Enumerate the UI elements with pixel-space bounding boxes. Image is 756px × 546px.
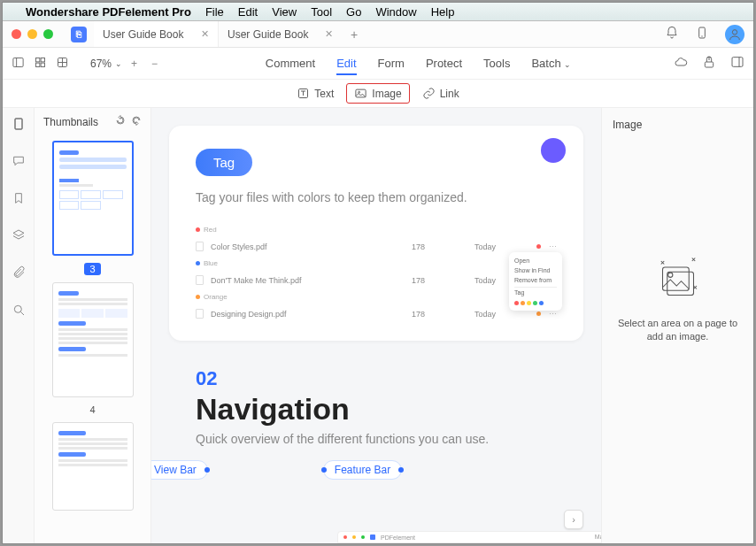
image-icon [354,87,367,100]
tab-title: User Guide Book [103,28,183,41]
rotate-left-icon[interactable] [115,115,126,128]
page-content-tag-section: Tag Tag your files with colors to keep t… [169,126,583,341]
svg-rect-8 [41,63,44,66]
rail-comment-icon[interactable] [12,154,26,172]
tool-comment[interactable]: Comment [266,57,315,70]
thumbnails-panel: Thumbnails [35,108,151,543]
menu-window[interactable]: Window [375,5,416,19]
tool-protect[interactable]: Protect [426,57,462,70]
bell-icon[interactable] [665,26,679,43]
svg-point-2 [732,29,737,34]
section-description: Quick overview of the different function… [196,432,557,446]
svg-rect-7 [36,63,40,66]
image-placeholder-icon [613,255,743,304]
right-panel-hint: Select an area on a page to add an image… [613,317,743,344]
edit-image-button[interactable]: Image [346,83,409,104]
chip-feature-bar: Feature Bar [323,460,402,480]
page-content-navigation-section: 02 Navigation Quick overview of the diff… [169,367,583,480]
edit-text-button[interactable]: Text [289,84,341,103]
context-menu-illustration: Open Show in Find Remove from Tag [509,252,562,311]
tag-description: Tag your files with colors to keep them … [196,190,557,204]
svg-rect-3 [13,58,23,66]
svg-rect-18 [15,119,22,129]
svg-rect-5 [36,58,40,61]
thumbnail-page-4[interactable] [52,282,134,397]
rail-attachment-icon[interactable] [12,265,26,283]
right-panel-title: Image [613,119,743,131]
grid-view-icon[interactable] [34,56,47,72]
close-window-button[interactable] [12,29,21,39]
app-name[interactable]: Wondershare PDFelement Pro [26,5,191,19]
page-view-icon[interactable] [56,56,69,72]
svg-rect-23 [667,272,693,295]
document-tab-2[interactable]: User Guide Book ✕ [218,21,342,47]
section-title: Navigation [196,392,557,427]
menu-tool[interactable]: Tool [311,5,332,19]
edit-link-button[interactable]: Link [415,84,467,103]
new-tab-button[interactable]: + [342,27,366,42]
rail-search-icon[interactable] [12,303,26,320]
zoom-value[interactable]: 67% [90,58,112,70]
page-number-3: 3 [84,263,100,275]
tool-edit[interactable]: Edit [336,57,356,75]
thumbnail-page-5[interactable] [52,422,134,511]
user-avatar[interactable] [725,25,744,44]
share-icon[interactable] [702,55,716,72]
section-number: 02 [196,367,557,390]
menu-edit[interactable]: Edit [238,5,258,19]
traffic-lights [12,29,53,39]
menu-go[interactable]: Go [346,5,361,19]
edit-link-label: Link [440,88,459,100]
minimize-window-button[interactable] [27,29,37,39]
tag-pill: Tag [196,149,252,176]
svg-rect-13 [732,58,743,67]
rail-layers-icon[interactable] [12,228,26,246]
svg-line-20 [20,312,23,315]
mini-app-illustration: PDFelement Mac 版 [337,531,601,543]
svg-point-19 [14,305,21,312]
section-badge-icon [541,138,566,163]
rail-bookmark-icon[interactable] [12,191,26,209]
edit-text-label: Text [314,88,334,100]
document-canvas[interactable]: Tag Tag your files with colors to keep t… [151,108,601,543]
next-page-button[interactable]: › [564,510,583,529]
panel-icon[interactable] [730,55,744,72]
zoom-dropdown-icon[interactable]: ⌄ [115,59,122,68]
edit-sub-toolbar: Text Image Link [3,80,753,108]
rotate-right-icon[interactable] [131,115,142,128]
zoom-in-button[interactable]: + [126,58,143,70]
svg-rect-6 [41,58,44,61]
tool-tools[interactable]: Tools [483,57,510,70]
sidebar-toggle-icon[interactable] [12,56,25,72]
svg-rect-12 [705,62,713,67]
mobile-icon[interactable] [695,26,709,43]
menu-file[interactable]: File [205,5,224,19]
thumbnail-page-3[interactable] [52,141,134,256]
document-tab-1[interactable]: User Guide Book ✕ [94,21,218,47]
zoom-out-button[interactable]: − [146,58,163,70]
zoom-control: 67% ⌄ + − [90,58,163,70]
file-list-illustration: Red Color Styles.pdf178Today⋯ Blue Don'T… [196,222,557,323]
right-panel: Image Select an area on a page to add an… [601,108,753,543]
svg-rect-21 [662,267,689,290]
cloud-icon[interactable] [674,55,688,72]
tool-form[interactable]: Form [378,57,405,70]
zoom-window-button[interactable] [43,29,53,39]
chevron-down-icon: ⌄ [564,60,571,69]
tool-batch[interactable]: Batch ⌄ [531,57,571,70]
svg-point-22 [667,273,672,277]
edit-image-label: Image [372,88,401,100]
text-icon [297,87,310,100]
macos-menubar: Wondershare PDFelement Pro File Edit Vie… [3,3,753,21]
tab-title: User Guide Book [228,28,308,41]
app-logo-icon: ⎘ [71,27,87,42]
thumbnails-title: Thumbnails [43,116,98,128]
menu-help[interactable]: Help [431,5,455,19]
menu-view[interactable]: View [272,5,297,19]
left-rail [3,108,35,543]
close-tab-icon[interactable]: ✕ [325,28,333,40]
close-tab-icon[interactable]: ✕ [201,28,209,40]
rail-thumbnails-icon[interactable] [12,117,26,135]
titlebar: ⎘ User Guide Book ✕ User Guide Book ✕ + [3,21,753,48]
page-number-4: 4 [89,404,95,415]
